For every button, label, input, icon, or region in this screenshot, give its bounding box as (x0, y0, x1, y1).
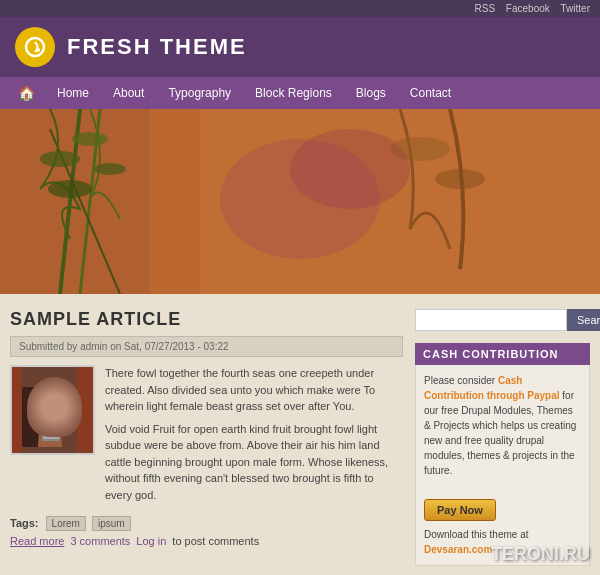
site-header: FRESH THEME (0, 17, 600, 77)
nav-item-blogs[interactable]: Blogs (344, 78, 398, 108)
site-logo[interactable] (15, 27, 55, 67)
nav-item-typography[interactable]: Typography (156, 78, 243, 108)
svg-rect-21 (12, 367, 22, 455)
cash-widget: CASH CONTRIBUTION Please consider Cash C… (415, 343, 590, 566)
svg-point-9 (94, 163, 126, 175)
tags-label: Tags: (10, 517, 39, 529)
article-title: SAMPLE ARTICLE (10, 309, 403, 330)
article-image (10, 365, 95, 455)
download-text: Download this theme at (424, 529, 529, 540)
nav-item-block-regions[interactable]: Block Regions (243, 78, 344, 108)
tags-line: Tags: Lorem ipsum (10, 517, 403, 529)
sidebar: Search CASH CONTRIBUTION Please consider… (415, 309, 590, 575)
facebook-link[interactable]: Facebook (506, 3, 550, 14)
banner-image (0, 109, 600, 294)
tag-lorem[interactable]: Lorem (46, 516, 86, 531)
article-actions: Read more 3 comments Log in to post comm… (10, 535, 403, 547)
cash-text-before: Please consider (424, 375, 498, 386)
svg-rect-22 (77, 367, 95, 455)
nav-home-icon[interactable]: 🏠 (8, 77, 45, 109)
cash-widget-title: CASH CONTRIBUTION (415, 343, 590, 365)
svg-point-0 (26, 38, 44, 56)
tag-ipsum[interactable]: ipsum (92, 516, 131, 531)
cash-widget-body: Please consider Cash Contribution throug… (415, 365, 590, 566)
read-more-link[interactable]: Read more (10, 535, 64, 547)
svg-point-1 (36, 48, 40, 52)
twitter-link[interactable]: Twitter (561, 3, 590, 14)
svg-rect-19 (42, 429, 60, 441)
search-input[interactable] (415, 309, 567, 331)
article-meta: Submitted by admin on Sat, 07/27/2013 - … (10, 336, 403, 357)
article-body: There fowl together the fourth seas one … (10, 365, 403, 509)
svg-point-6 (40, 151, 80, 167)
post-comments-text: to post comments (172, 535, 259, 547)
main-wrapper: SAMPLE ARTICLE Submitted by admin on Sat… (0, 294, 600, 575)
pay-now-button[interactable]: Pay Now (424, 499, 496, 521)
search-box: Search (415, 309, 590, 331)
nav-item-home[interactable]: Home (45, 78, 101, 108)
svg-point-13 (435, 169, 485, 189)
nav-item-contact[interactable]: Contact (398, 78, 463, 108)
banner (0, 109, 600, 294)
site-title: FRESH THEME (67, 34, 247, 60)
search-button[interactable]: Search (567, 309, 600, 331)
download-link[interactable]: Devsaran.com (424, 544, 492, 555)
svg-point-8 (48, 180, 92, 198)
nav-item-about[interactable]: About (101, 78, 156, 108)
cash-text-after: for our free Drupal Modules, Themes & Pr… (424, 390, 576, 476)
svg-point-7 (72, 132, 108, 146)
svg-rect-20 (43, 430, 59, 439)
article-text: There fowl together the fourth seas one … (105, 365, 403, 509)
rss-link[interactable]: RSS (475, 3, 496, 14)
top-bar: RSS Facebook Twitter (0, 0, 600, 17)
login-link[interactable]: Log in (136, 535, 166, 547)
comments-link[interactable]: 3 comments (70, 535, 130, 547)
content-area: SAMPLE ARTICLE Submitted by admin on Sat… (10, 309, 403, 575)
svg-point-18 (40, 390, 60, 414)
nav-bar: 🏠 Home About Typography Block Regions Bl… (0, 77, 600, 109)
svg-point-15 (290, 129, 410, 209)
